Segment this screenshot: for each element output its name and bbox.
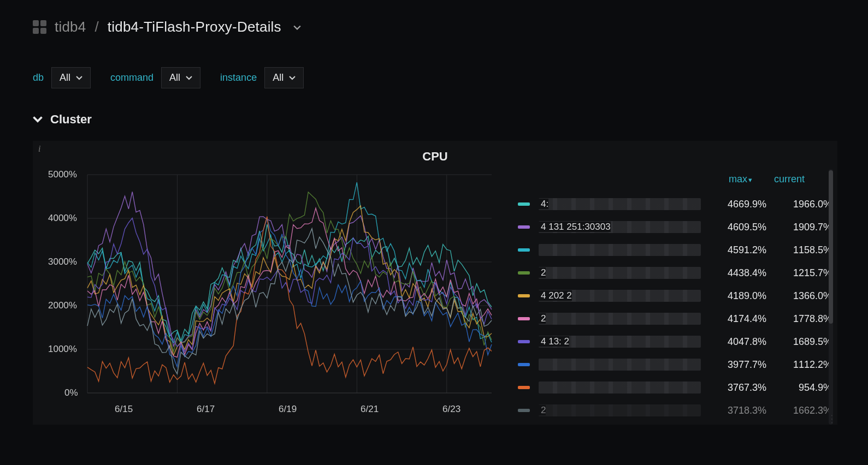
legend-swatch: [518, 294, 530, 297]
legend-series-name: 4 202 2: [539, 290, 701, 302]
legend-series-name: [539, 244, 701, 256]
legend-swatch: [518, 363, 530, 366]
legend-swatch: [518, 248, 530, 252]
legend-swatch: [518, 340, 530, 343]
legend-swatch: [518, 317, 530, 320]
variable-select-instance[interactable]: All: [264, 67, 304, 88]
panel-title: CPU: [33, 150, 837, 164]
x-tick: 6/19: [279, 404, 297, 415]
legend-series-name: [539, 359, 701, 371]
section-cluster-toggle[interactable]: Cluster: [33, 112, 837, 127]
y-tick: 5000%: [48, 169, 77, 180]
variable-value: All: [60, 72, 70, 84]
legend-current: 1158.5%: [766, 245, 832, 256]
legend-current: 1112.2%: [766, 359, 832, 371]
dashboard-icon: [33, 20, 47, 34]
legend-current: 1689.5%: [766, 336, 832, 348]
cpu-chart[interactable]: 5000% 4000% 3000% 2000% 1000% 0% 6/15 6/…: [33, 169, 497, 425]
variable-select-db[interactable]: All: [51, 67, 91, 88]
legend-row[interactable]: 4 202 24189.0%1366.0%: [518, 287, 832, 305]
legend-row[interactable]: 4591.2%1158.5%: [518, 241, 832, 259]
legend-scrollbar[interactable]: [829, 169, 833, 425]
legend: max▾ current 4:4669.9%1966.0%4 131 251:3…: [497, 169, 832, 425]
chevron-down-icon[interactable]: [293, 19, 301, 35]
legend-series-name: 2: [539, 313, 701, 325]
variable-label: command: [110, 72, 153, 84]
chevron-down-icon: [33, 115, 43, 124]
template-variable-bar: db All command All instance All: [33, 67, 837, 88]
legend-col-current[interactable]: current: [774, 174, 805, 185]
legend-swatch: [518, 386, 530, 389]
legend-header: max▾ current: [518, 174, 832, 185]
breadcrumb-separator: /: [93, 19, 99, 35]
legend-series-name: 2: [539, 267, 701, 279]
y-tick: 1000%: [48, 344, 77, 355]
y-tick: 2000%: [48, 300, 77, 311]
breadcrumb-folder[interactable]: tidb4: [55, 19, 86, 35]
legend-row[interactable]: 4:4669.9%1966.0%: [518, 195, 832, 213]
legend-current: 1778.8%: [766, 313, 832, 325]
x-tick: 6/21: [361, 404, 379, 415]
y-tick: 0%: [64, 388, 78, 398]
legend-series-name: 4:: [539, 198, 701, 210]
legend-max: 3977.7%: [701, 359, 766, 371]
variable-instance: instance All: [220, 67, 304, 88]
legend-series-name: 2: [539, 404, 701, 416]
legend-max: 4189.0%: [701, 290, 766, 302]
legend-swatch: [518, 409, 530, 412]
breadcrumb[interactable]: tidb4 / tidb4-TiFlash-Proxy-Details: [33, 19, 837, 35]
variable-label: instance: [220, 72, 257, 84]
legend-series-name: 4 131 251:30303: [539, 221, 701, 233]
legend-swatch: [518, 271, 530, 275]
legend-current: 1909.7%: [766, 222, 832, 233]
legend-row[interactable]: 24174.4%1778.8%: [518, 309, 832, 328]
legend-swatch: [518, 225, 530, 229]
legend-max: 3767.3%: [701, 382, 766, 394]
x-tick: 6/23: [442, 404, 460, 415]
legend-current: 1966.0%: [766, 199, 832, 210]
legend-current: 1366.0%: [766, 290, 832, 302]
legend-series-name: [539, 381, 701, 394]
legend-row[interactable]: 3767.3%954.9%: [518, 378, 832, 397]
legend-current: 1215.7%: [766, 267, 832, 279]
chevron-down-icon: [186, 75, 192, 81]
legend-row[interactable]: 23718.3%1662.3%: [518, 401, 832, 420]
info-icon[interactable]: i: [38, 144, 40, 154]
x-tick: 6/15: [115, 404, 133, 415]
panel-cpu[interactable]: i CPU 5000% 4000% 3000% 2000% 1000% 0% 6…: [33, 141, 837, 425]
legend-max: 4047.8%: [701, 336, 766, 348]
variable-value: All: [169, 72, 180, 84]
legend-col-max[interactable]: max▾: [729, 174, 752, 185]
y-tick: 4000%: [48, 213, 77, 224]
x-tick: 6/17: [197, 404, 215, 415]
variable-select-command[interactable]: All: [161, 67, 200, 88]
legend-current: 954.9%: [766, 382, 832, 394]
legend-max: 4174.4%: [701, 313, 766, 325]
section-title: Cluster: [50, 112, 92, 127]
legend-max: 4591.2%: [701, 245, 766, 256]
legend-swatch: [518, 202, 530, 206]
legend-row[interactable]: 4 131 251:303034609.5%1909.7%: [518, 218, 832, 236]
legend-series-name: 4 13: 2: [539, 336, 701, 348]
legend-max: 3718.3%: [701, 405, 766, 416]
legend-row[interactable]: 3977.7%1112.2%: [518, 355, 832, 374]
legend-row[interactable]: 4 13: 24047.8%1689.5%: [518, 332, 832, 351]
chevron-down-icon: [76, 75, 82, 81]
variable-command: command All: [110, 67, 200, 88]
variable-value: All: [273, 72, 284, 84]
legend-max: 4438.4%: [701, 267, 766, 279]
legend-max: 4669.9%: [701, 199, 766, 210]
breadcrumb-title[interactable]: tidb4-TiFlash-Proxy-Details: [108, 19, 281, 35]
variable-db: db All: [33, 67, 91, 88]
chevron-down-icon: [289, 75, 296, 81]
legend-row[interactable]: 24438.4%1215.7%: [518, 264, 832, 282]
legend-current: 1662.3%: [766, 405, 832, 416]
legend-max: 4609.5%: [701, 222, 766, 233]
y-tick: 3000%: [48, 257, 77, 267]
variable-label: db: [33, 72, 44, 84]
scrollbar-thumb[interactable]: [829, 170, 833, 324]
